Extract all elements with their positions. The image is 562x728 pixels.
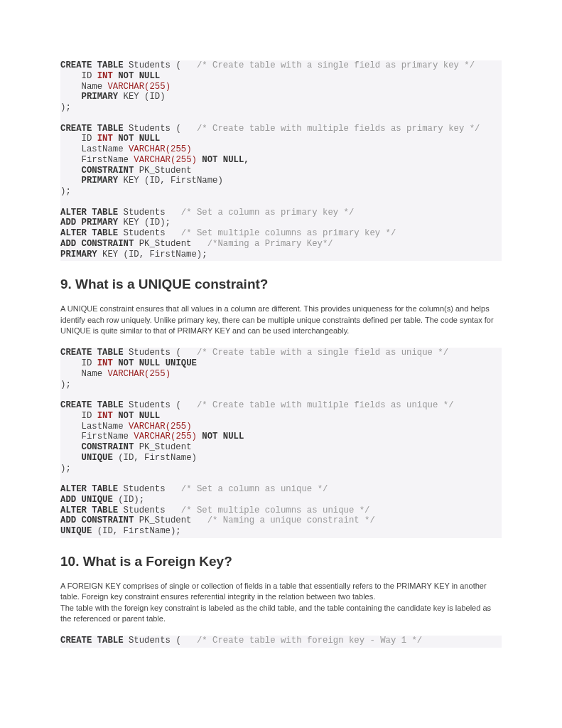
kw-not-null: NOT NULL — [118, 71, 160, 81]
para-10-2: The table with the foreign key constrain… — [60, 604, 491, 623]
code-block-foreign-key: CREATE TABLE Students ( /* Create table … — [60, 636, 502, 648]
kw-constraint: CONSTRAINT — [82, 166, 134, 176]
t-255-2: (255) — [166, 144, 192, 154]
kw-varchar-2: VARCHAR — [129, 144, 166, 154]
t-id-4: ID — [82, 411, 92, 421]
kw-alter-table-3: ALTER TABLE — [60, 484, 118, 494]
t-students: Students — [129, 60, 171, 70]
t-students-3: Students — [124, 208, 166, 218]
kw-int-3: INT — [97, 358, 113, 368]
kw-varchar-4: VARCHAR — [107, 369, 144, 379]
para-10-1: A FOREIGN KEY comprises of single or col… — [60, 582, 487, 601]
kw-varchar-6: VARCHAR — [134, 432, 171, 441]
kw-add-constraint-2: ADD CONSTRAINT — [60, 515, 134, 525]
kw-create-table-4: CREATE TABLE — [60, 400, 124, 410]
heading-10: 10. What is a Foreign Key? — [60, 554, 502, 569]
t-id: ID — [82, 71, 92, 81]
comment-u5: /* Naming a unique constraint */ — [207, 515, 375, 525]
kw-varchar: VARCHAR — [107, 82, 144, 92]
kw-alter-table-4: ALTER TABLE — [60, 505, 118, 515]
t-id-fn-semi: (ID, FirstName); — [97, 526, 181, 536]
kw-varchar-3: VARCHAR — [134, 155, 171, 165]
kw-alter-table: ALTER TABLE — [60, 208, 118, 218]
t-pk-student: PK_Student — [139, 166, 192, 176]
t-id-semi: (ID); — [118, 495, 144, 505]
kw-add-primary: ADD PRIMARY — [60, 218, 118, 228]
t-students-6: Students — [129, 400, 171, 410]
t-key-id: KEY (ID) — [124, 92, 166, 102]
kw-add-unique: ADD UNIQUE — [60, 495, 113, 505]
kw-create-table: CREATE TABLE — [60, 60, 124, 70]
kw-int: INT — [97, 71, 113, 81]
kw-primary: PRIMARY — [82, 92, 119, 102]
comment-2: /* Create table with multiple fields as … — [197, 124, 480, 134]
t-students-9: Students — [129, 636, 171, 646]
t-lastname-2: LastName — [82, 422, 124, 432]
kw-not-null-3: NOT NULL — [118, 411, 160, 421]
kw-not-null-4: NOT NULL — [202, 432, 244, 441]
t-255: (255) — [144, 82, 171, 92]
comment-1: /* Create table with a single field as p… — [197, 60, 475, 70]
t-students-7: Students — [124, 484, 166, 494]
kw-unique-2: UNIQUE — [60, 526, 92, 536]
kw-constraint-2: CONSTRAINT — [82, 442, 134, 452]
kw-int-2: INT — [97, 134, 113, 144]
kw-create-table-2: CREATE TABLE — [60, 124, 124, 134]
t-pk-student-3: PK_Student — [139, 442, 192, 452]
t-students-2: Students — [129, 124, 171, 134]
para-10: A FOREIGN KEY comprises of single or col… — [60, 581, 502, 625]
comment-3: /* Set a column as primary key */ — [181, 208, 355, 218]
kw-primary-3: PRIMARY — [60, 250, 97, 259]
t-lparen-3: ( — [175, 348, 180, 358]
t-255-5: (255) — [166, 422, 192, 432]
t-pk-student-2: PK_Student — [139, 239, 192, 249]
comment-u2: /* Create table with multiple fields as … — [197, 400, 454, 410]
t-lastname: LastName — [82, 144, 124, 154]
t-255-6: (255) — [171, 432, 197, 441]
kw-int-4: INT — [97, 411, 113, 421]
kw-create-table-3: CREATE TABLE — [60, 348, 124, 358]
t-id-3: ID — [82, 358, 92, 368]
t-close: ); — [60, 102, 71, 112]
kw-not-null-comma: NOT NULL, — [202, 155, 249, 165]
t-255-3: (255) — [171, 155, 197, 165]
t-name-2: Name — [82, 369, 103, 379]
comment-f1: /* Create table with foreign key - Way 1… — [197, 636, 422, 646]
kw-varchar-5: VARCHAR — [129, 422, 166, 432]
t-id-fn: (ID, FirstName) — [118, 453, 197, 463]
t-lparen-5: ( — [175, 636, 180, 646]
t-id-2: ID — [82, 134, 92, 144]
t-close-3: ); — [60, 380, 71, 390]
t-key-id-fn: KEY (ID, FirstName) — [124, 176, 223, 186]
comment-u4: /* Set multiple columns as unique */ — [181, 505, 370, 515]
code-block-primary-key: CREATE TABLE Students ( /* Create table … — [60, 60, 502, 261]
comment-u3: /* Set a column as unique */ — [181, 484, 328, 494]
t-name: Name — [82, 82, 103, 92]
t-firstname: FirstName — [82, 155, 129, 165]
code-block-unique: CREATE TABLE Students ( /* Create table … — [60, 348, 502, 538]
t-key-id-fn-semi: KEY (ID, FirstName); — [102, 250, 207, 259]
kw-unique: UNIQUE — [82, 453, 113, 463]
kw-not-null-2: NOT NULL — [118, 134, 160, 144]
t-lparen-4: ( — [175, 400, 180, 410]
kw-primary-2: PRIMARY — [82, 176, 119, 186]
comment-u1: /* Create table with a single field as u… — [197, 348, 448, 358]
kw-not-null-unique: NOT NULL UNIQUE — [118, 358, 197, 368]
comment-5: /*Naming a Primary Key*/ — [207, 239, 333, 249]
t-key-id-semi: KEY (ID); — [124, 218, 171, 228]
t-lparen-2: ( — [175, 124, 180, 134]
kw-create-table-5: CREATE TABLE — [60, 636, 124, 646]
t-close-4: ); — [60, 464, 71, 473]
t-255-4: (255) — [144, 369, 171, 379]
t-pk-student-4: PK_Student — [139, 515, 192, 525]
kw-alter-table-2: ALTER TABLE — [60, 228, 118, 238]
t-firstname-2: FirstName — [82, 432, 129, 441]
t-lparen: ( — [175, 60, 180, 70]
t-students-8: Students — [124, 505, 166, 515]
heading-9: 9. What is a UNIQUE constraint? — [60, 277, 502, 292]
t-close-2: ); — [60, 186, 71, 196]
comment-4: /* Set multiple columns as primary key *… — [181, 228, 396, 238]
t-students-4: Students — [124, 228, 166, 238]
para-9: A UNIQUE constraint ensures that all val… — [60, 304, 502, 336]
kw-add-constraint: ADD CONSTRAINT — [60, 239, 134, 249]
